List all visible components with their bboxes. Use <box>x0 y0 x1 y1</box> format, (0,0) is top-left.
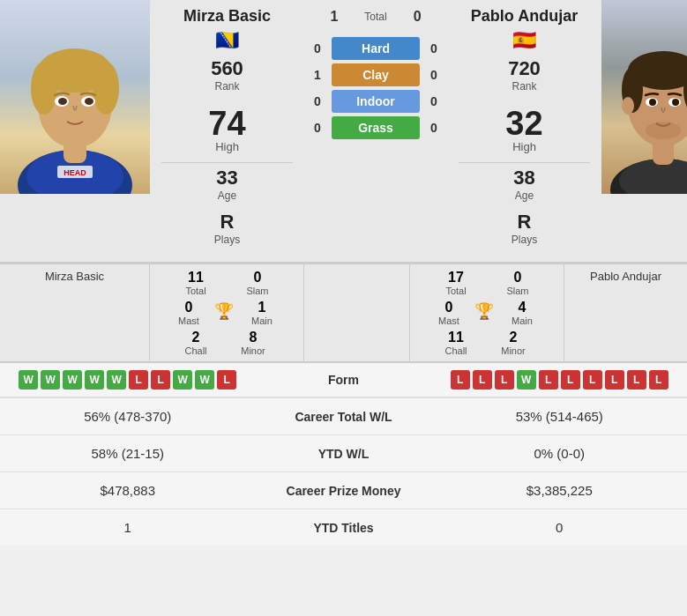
left-minor-label: Minor <box>224 345 282 356</box>
court-row-hard: 0 Hard 0 <box>309 37 443 60</box>
form-label: Form <box>247 373 441 387</box>
form-badge-l: L <box>129 370 148 390</box>
clay-button[interactable]: Clay <box>332 63 420 86</box>
left-player-name: Mirza Basic <box>183 7 271 26</box>
right-rank-label: Rank <box>508 80 541 93</box>
left-mast-label: Mast <box>168 315 209 326</box>
right-age-label: Age <box>513 189 534 202</box>
form-badge-l: L <box>151 370 170 390</box>
stats-right-3: 0 <box>441 520 679 535</box>
right-plays-value: R <box>518 211 532 233</box>
right-mast-label: Mast <box>429 315 469 326</box>
left-plays-label: Plays <box>214 234 240 246</box>
right-slam-val: 0 <box>514 270 522 285</box>
svg-point-11 <box>58 98 67 105</box>
stats-right-2: $3,385,225 <box>441 483 679 498</box>
right-high-value: 32 <box>505 107 542 140</box>
left-divider <box>161 162 293 163</box>
left-player-info: Mirza Basic 🇧🇦 560 Rank 74 High 33 Age R… <box>150 0 304 262</box>
court-row-grass: 0 Grass 0 <box>309 116 443 139</box>
svg-point-7 <box>31 62 57 115</box>
left-high-label: High <box>215 140 239 153</box>
top-comparison: HEAD Mirza Basic 🇧🇦 560 Rank 74 High 33 … <box>0 0 687 264</box>
hard-button[interactable]: Hard <box>332 37 420 60</box>
grass-button[interactable]: Grass <box>332 116 420 139</box>
total-label: Total <box>364 11 386 23</box>
right-total-val: 17 <box>448 270 464 285</box>
left-high-section: 74 High <box>154 107 300 153</box>
form-badge-l: L <box>495 370 514 390</box>
left-main-label: Main <box>239 315 285 326</box>
form-badge-w: W <box>41 370 60 390</box>
form-badge-l: L <box>627 370 646 390</box>
hard-left-score: 0 <box>309 41 326 56</box>
left-slam-label: Slam <box>228 286 287 296</box>
indoor-button[interactable]: Indoor <box>332 90 420 113</box>
right-age-box: 38 Age <box>513 167 534 202</box>
stats-left-2: $478,883 <box>9 483 247 498</box>
left-detailed-stats: 11 Total 0 Slam 0 Mast 🏆 1 Main 2 Chall <box>150 264 304 361</box>
form-badge-w: W <box>173 370 192 390</box>
form-badge-l: L <box>217 370 236 390</box>
left-mast-val: 0 <box>185 300 193 315</box>
left-total-val: 11 <box>188 270 204 285</box>
stats-label-2: Career Prize Money <box>247 484 441 498</box>
right-divider <box>459 162 590 163</box>
right-minor-val: 2 <box>510 330 518 345</box>
player-names-row: Mirza Basic 11 Total 0 Slam 0 Mast 🏆 1 M… <box>0 264 687 363</box>
right-slam-label: Slam <box>489 286 547 296</box>
right-mast-val: 0 <box>445 300 453 315</box>
right-high-label: High <box>512 140 536 153</box>
svg-point-12 <box>85 98 93 105</box>
left-high-value: 74 <box>208 107 245 140</box>
right-high-section: 32 High <box>452 107 597 153</box>
stats-label-3: YTD Titles <box>247 521 441 535</box>
left-trophy: 🏆 <box>211 298 237 328</box>
grass-right-score: 0 <box>425 121 443 135</box>
right-main-val: 4 <box>519 300 526 315</box>
right-detailed-stats: 17 Total 0 Slam 0 Mast 🏆 4 Main 11 Chall <box>409 264 564 361</box>
left-plays-box: R Plays <box>214 211 240 246</box>
form-section: WWWWWLLWWL Form LLLWLLLLLL <box>0 363 687 397</box>
right-chall-val: 11 <box>448 330 464 345</box>
left-player-photo: HEAD <box>0 0 150 194</box>
stats-label-1: YTD W/L <box>247 447 441 461</box>
indoor-right-score: 0 <box>425 94 443 108</box>
main-container: HEAD Mirza Basic 🇧🇦 560 Rank 74 High 33 … <box>0 0 687 545</box>
court-buttons: 0 Hard 0 1 Clay 0 0 Indoor 0 0 Grass <box>309 33 443 143</box>
stats-right-1: 0% (0-0) <box>441 446 679 461</box>
left-rank-label: Rank <box>211 80 243 93</box>
svg-point-26 <box>672 99 679 106</box>
grass-left-score: 0 <box>309 121 326 135</box>
right-minor-label: Minor <box>484 345 542 356</box>
stats-left-1: 58% (21-15) <box>9 446 247 461</box>
left-rank-value: 560 <box>211 57 243 79</box>
form-badge-w: W <box>85 370 104 390</box>
form-badge-l: L <box>451 370 470 390</box>
left-rank-box: 560 Rank <box>211 57 243 93</box>
court-row-clay: 1 Clay 0 <box>309 63 443 86</box>
stats-row-2: $478,883 Career Prize Money $3,385,225 <box>0 472 687 509</box>
form-badge-l: L <box>539 370 558 390</box>
hard-right-score: 0 <box>425 41 443 56</box>
clay-left-score: 1 <box>309 68 326 82</box>
total-right-score: 0 <box>414 9 422 25</box>
form-badge-w: W <box>195 370 214 390</box>
right-total-label: Total <box>427 286 485 296</box>
stats-row-1: 58% (21-15) YTD W/L 0% (0-0) <box>0 435 687 472</box>
center-stats: 1 Total 0 0 Hard 0 1 Clay 0 0 Indoor <box>304 0 447 262</box>
svg-point-27 <box>622 97 634 115</box>
center-spacer <box>304 264 409 361</box>
stats-row-3: 1 YTD Titles 0 <box>0 509 687 545</box>
left-plays-value: R <box>220 211 235 233</box>
left-chall-label: Chall <box>171 345 220 356</box>
total-left-score: 1 <box>330 9 338 25</box>
right-main-label: Main <box>499 315 545 326</box>
right-player-name: Pablo Andujar <box>471 7 578 26</box>
left-main-val: 1 <box>258 300 266 315</box>
stats-label-0: Career Total W/L <box>247 410 441 424</box>
left-player-flag: 🇧🇦 <box>215 29 239 52</box>
left-total-label: Total <box>167 286 225 296</box>
clay-right-score: 0 <box>425 68 443 82</box>
svg-point-8 <box>93 62 119 115</box>
